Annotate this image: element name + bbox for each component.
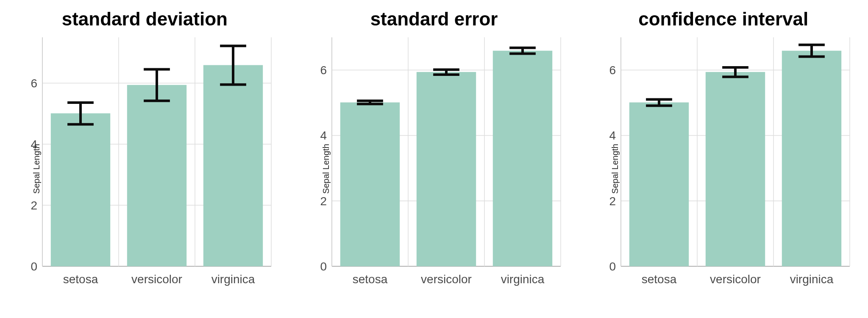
y-axis-label: Sepal Length [321,144,331,194]
svg-text:2: 2 [31,199,37,212]
svg-text:0: 0 [31,260,37,273]
x-tick-label: versicolor [421,273,472,286]
chart-title: standard error [298,8,570,30]
svg-text:6: 6 [609,64,616,77]
svg-text:4: 4 [609,129,616,142]
x-tick-label: setosa [642,273,677,286]
chart-svg: 0246setosaversicolorvirginica [298,33,569,296]
svg-text:6: 6 [31,77,37,90]
bar-versicolor [127,85,186,266]
svg-text:0: 0 [609,260,616,273]
chart-area: Sepal Length 0246setosaversicolorvirgini… [8,33,281,304]
bar-versicolor [706,72,765,266]
bar-virginica [782,51,841,266]
chart-title: standard deviation [8,8,281,30]
chart-title: confidence interval [587,8,860,30]
panel-standard-error: standard error Sepal Length 0246setosave… [289,0,579,318]
bar-virginica [203,65,263,266]
chart-area: Sepal Length 0246setosaversicolorvirgini… [587,33,860,304]
chart-svg: 0246setosaversicolorvirginica [8,33,280,296]
svg-text:2: 2 [320,195,327,208]
panel-confidence-interval: confidence interval Sepal Length 0246set… [579,0,868,318]
x-tick-label: setosa [63,273,98,286]
svg-text:6: 6 [320,64,327,77]
bar-setosa [51,113,110,266]
svg-text:4: 4 [320,129,327,142]
x-tick-label: virginica [790,273,834,286]
chart-row: standard deviation Sepal Length 0246seto… [0,0,868,318]
bar-versicolor [416,72,476,266]
x-tick-label: versicolor [710,273,761,286]
bar-virginica [492,51,552,266]
panel-standard-deviation: standard deviation Sepal Length 0246seto… [0,0,289,318]
y-axis-label: Sepal Length [32,144,42,194]
x-tick-label: versicolor [131,273,182,286]
bar-setosa [629,103,689,266]
svg-text:0: 0 [320,260,327,273]
x-tick-label: setosa [352,273,387,286]
x-tick-label: virginica [501,273,544,286]
svg-text:2: 2 [609,195,616,208]
chart-svg: 0246setosaversicolorvirginica [587,33,858,296]
x-tick-label: virginica [211,273,255,286]
bar-setosa [340,103,399,266]
chart-area: Sepal Length 0246setosaversicolorvirgini… [298,33,570,304]
y-axis-label: Sepal Length [611,144,620,194]
